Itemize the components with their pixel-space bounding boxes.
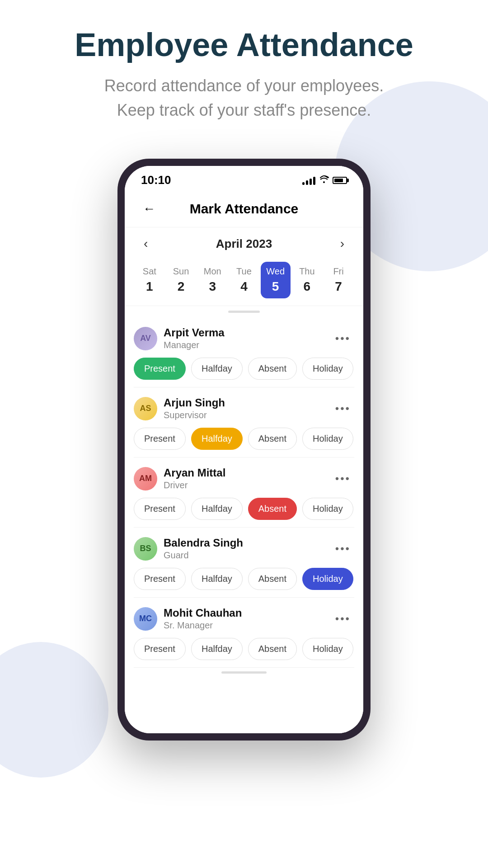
back-button[interactable]: ←: [139, 198, 159, 220]
attendance-buttons: PresentHalfdayAbsentHolidayNot Se: [134, 638, 354, 660]
more-options-button[interactable]: •••: [332, 541, 354, 557]
attendance-button-halfday[interactable]: Halfday: [191, 638, 243, 660]
attendance-button-absent[interactable]: Absent: [248, 638, 297, 660]
cal-day-name: Sun: [173, 266, 189, 277]
attendance-button-absent[interactable]: Absent: [248, 358, 297, 380]
attendance-buttons: PresentHalfdayAbsentHolidayNot Se: [134, 358, 354, 380]
attendance-button-present[interactable]: Present: [134, 428, 186, 450]
attendance-button-present[interactable]: Present: [134, 638, 186, 660]
employee-details: Aryan Mittal Driver: [164, 467, 225, 491]
employee-role: Manager: [164, 340, 225, 350]
more-options-button[interactable]: •••: [332, 330, 354, 347]
employee-header: BS Balendra Singh Guard •••: [134, 537, 354, 561]
calendar-day-7[interactable]: Fri 7: [324, 262, 353, 298]
calendar-day-4[interactable]: Tue 4: [229, 262, 259, 298]
employee-name: Aryan Mittal: [164, 467, 225, 479]
calendar-day-6[interactable]: Thu 6: [292, 262, 322, 298]
attendance-button-holiday[interactable]: Holiday: [302, 428, 353, 450]
attendance-buttons: PresentHalfdayAbsentHolidayNot Se: [134, 428, 354, 450]
month-label: April 2023: [216, 237, 272, 251]
avatar: AS: [134, 397, 157, 420]
employee-info: AM Aryan Mittal Driver: [134, 467, 225, 491]
attendance-button-holiday[interactable]: Holiday: [302, 498, 353, 520]
avatar: AV: [134, 327, 157, 350]
more-options-button[interactable]: •••: [332, 611, 354, 627]
attendance-button-absent[interactable]: Absent: [248, 498, 297, 520]
attendance-button-holiday[interactable]: Holiday: [302, 358, 353, 380]
employee-info: BS Balendra Singh Guard: [134, 537, 243, 561]
cal-day-num: 4: [240, 279, 248, 294]
nav-title: Mark Attendance: [159, 201, 329, 217]
page-header: Employee Attendance Record attendance of…: [0, 0, 488, 141]
calendar-day-1[interactable]: Sat 1: [135, 262, 164, 298]
employee-name: Arjun Singh: [164, 396, 225, 409]
status-icons: [302, 175, 347, 185]
employee-details: Mohit Chauhan Sr. Manager: [164, 607, 242, 631]
calendar-day-3[interactable]: Mon 3: [197, 262, 227, 298]
employee-details: Arjun Singh Supervisor: [164, 396, 225, 420]
employee-item: AM Aryan Mittal Driver ••• PresentHalfda…: [134, 458, 354, 528]
employee-header: MC Mohit Chauhan Sr. Manager •••: [134, 607, 354, 631]
employee-header: AM Aryan Mittal Driver •••: [134, 467, 354, 491]
employee-name: Balendra Singh: [164, 537, 243, 549]
page-subtitle: Record attendance of your employees. Kee…: [36, 74, 452, 123]
page-title: Employee Attendance: [36, 27, 452, 63]
employee-info: AV Arpit Verma Manager: [134, 326, 225, 350]
prev-month-button[interactable]: ‹: [138, 235, 153, 253]
cal-day-name: Sat: [143, 266, 156, 277]
more-options-button[interactable]: •••: [332, 401, 354, 417]
attendance-button-holiday[interactable]: Holiday: [302, 638, 353, 660]
employee-info: MC Mohit Chauhan Sr. Manager: [134, 607, 242, 631]
attendance-buttons: PresentHalfdayAbsentHolidayNot Se: [134, 568, 354, 590]
employee-list: AV Arpit Verma Manager ••• PresentHalfda…: [125, 317, 363, 668]
scroll-bar: [221, 671, 267, 674]
attendance-button-present[interactable]: Present: [134, 358, 186, 380]
attendance-button-absent[interactable]: Absent: [248, 428, 297, 450]
attendance-button-present[interactable]: Present: [134, 568, 186, 590]
employee-details: Arpit Verma Manager: [164, 326, 225, 350]
attendance-button-halfday[interactable]: Halfday: [191, 358, 243, 380]
cal-day-name: Tue: [236, 266, 252, 277]
drag-bar: [228, 311, 260, 313]
employee-header: AV Arpit Verma Manager •••: [134, 326, 354, 350]
attendance-button-absent[interactable]: Absent: [248, 568, 297, 590]
employee-role: Driver: [164, 480, 225, 491]
employee-details: Balendra Singh Guard: [164, 537, 243, 561]
cal-day-name: Thu: [299, 266, 314, 277]
next-month-button[interactable]: ›: [335, 235, 350, 253]
cal-day-num: 3: [209, 279, 216, 294]
scroll-hint: [125, 668, 363, 677]
cal-day-num: 6: [304, 279, 311, 294]
avatar: AM: [134, 467, 157, 491]
battery-icon: [333, 177, 347, 184]
month-nav: ‹ April 2023 ›: [134, 235, 354, 253]
nav-bar: ← Mark Attendance: [125, 191, 363, 227]
calendar-day-5[interactable]: Wed 5: [261, 262, 291, 298]
employee-item: MC Mohit Chauhan Sr. Manager ••• Present…: [134, 598, 354, 668]
employee-item: AV Arpit Verma Manager ••• PresentHalfda…: [134, 317, 354, 387]
employee-role: Supervisor: [164, 410, 225, 420]
attendance-buttons: PresentHalfdayAbsentHolidayNot Se: [134, 498, 354, 520]
employee-name: Arpit Verma: [164, 326, 225, 339]
cal-day-num: 7: [335, 279, 342, 294]
attendance-button-halfday[interactable]: Halfday: [191, 428, 243, 450]
attendance-button-holiday[interactable]: Holiday: [302, 568, 353, 590]
calendar-days: Sat 1 Sun 2 Mon 3 Tue 4 Wed 5 Thu 6 Fri …: [134, 262, 354, 298]
calendar-day-2[interactable]: Sun 2: [166, 262, 196, 298]
employee-header: AS Arjun Singh Supervisor •••: [134, 396, 354, 420]
phone-mockup: 10:10: [0, 159, 488, 741]
cal-day-num: 2: [178, 279, 185, 294]
more-options-button[interactable]: •••: [332, 471, 354, 487]
cal-day-name: Wed: [266, 266, 285, 277]
attendance-button-halfday[interactable]: Halfday: [191, 568, 243, 590]
status-time: 10:10: [141, 173, 171, 187]
wifi-icon: [319, 175, 329, 185]
cal-day-name: Mon: [204, 266, 221, 277]
cal-day-name: Fri: [333, 266, 343, 277]
phone-inner: 10:10: [125, 166, 363, 733]
employee-item: AS Arjun Singh Supervisor ••• PresentHal…: [134, 387, 354, 458]
attendance-button-present[interactable]: Present: [134, 498, 186, 520]
attendance-button-halfday[interactable]: Halfday: [191, 498, 243, 520]
phone-outer: 10:10: [117, 159, 371, 741]
app-content: ← Mark Attendance ‹ April 2023 › Sat 1 S…: [125, 191, 363, 733]
